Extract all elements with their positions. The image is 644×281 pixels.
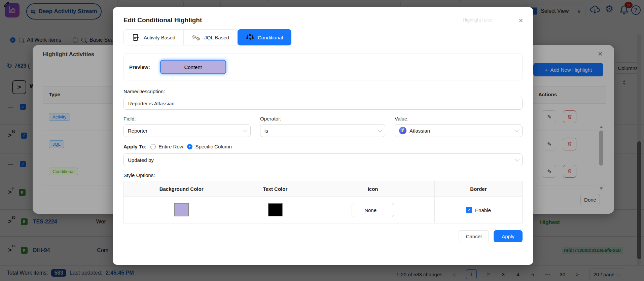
apply-to-row: Apply To: Entire Row Specific Column	[123, 144, 523, 149]
value-group: Value: Atlassian	[395, 116, 523, 137]
enable-label: Enable	[475, 207, 491, 213]
value-value: Atlassian	[409, 128, 430, 134]
ghost-tooltip-text: Highlight rules	[463, 17, 493, 23]
modal-footer: Cancel Apply	[123, 230, 523, 242]
atlassian-avatar	[399, 127, 406, 134]
apply-button[interactable]: Apply	[494, 230, 523, 242]
operator-group: Operator: is	[260, 116, 385, 137]
enable-checkbox[interactable]: ✓	[466, 207, 472, 213]
name-description-input[interactable]	[123, 97, 523, 110]
specific-column-label: Specific Column	[195, 144, 231, 149]
border-header: Border	[434, 181, 522, 197]
operator-select[interactable]: is	[260, 124, 385, 137]
preview-content-chip: Content	[160, 60, 226, 74]
chevron-down-icon	[515, 157, 520, 162]
jql-stamp-icon: JQL	[192, 33, 201, 41]
cancel-button[interactable]: Cancel	[459, 230, 489, 242]
column-select[interactable]: Updated by	[123, 153, 523, 166]
style-options-table: Background Color Text Color Icon Border …	[123, 181, 523, 223]
text-color-swatch[interactable]	[268, 203, 283, 216]
tab-label: Activity Based	[144, 35, 175, 40]
tab-jql-based[interactable]: JQL JQL Based	[184, 29, 238, 45]
style-options-label: Style Options:	[123, 172, 523, 178]
operator-value: is	[264, 128, 268, 134]
chevron-down-icon	[515, 128, 520, 132]
tab-label: JQL Based	[204, 35, 229, 40]
icon-select-value: None	[364, 207, 377, 213]
text-color-header: Text Color	[239, 181, 311, 197]
value-label: Value:	[395, 116, 523, 121]
preview-section: Preview: Content	[123, 54, 523, 80]
document-filter-icon	[132, 33, 140, 41]
tab-label: Conditional	[258, 35, 283, 40]
decision-flowchart-icon: ?	[246, 33, 254, 42]
column-select-value: Updated by	[128, 157, 154, 163]
chevron-down-icon	[378, 128, 382, 132]
svg-text:?: ?	[249, 37, 251, 42]
field-value: Reporter	[128, 128, 147, 134]
svg-text:JQL: JQL	[194, 36, 200, 39]
icon-header: Icon	[311, 181, 435, 197]
edit-conditional-highlight-modal: Edit Conditional Highlight Highlight rul…	[113, 7, 533, 265]
entire-row-option[interactable]: Entire Row	[150, 144, 183, 149]
value-select[interactable]: Atlassian	[395, 124, 523, 137]
operator-label: Operator:	[260, 116, 385, 121]
specific-column-radio[interactable]	[187, 144, 192, 149]
field-label: Field:	[123, 116, 251, 121]
highlight-type-tabs: Activity Based JQL JQL Based ? Condition…	[123, 29, 523, 45]
icon-select[interactable]: None	[352, 203, 394, 217]
condition-row: Field: Reporter Operator: is Value: Atla…	[123, 116, 523, 137]
preview-label: Preview:	[129, 64, 150, 70]
field-select[interactable]: Reporter	[123, 124, 251, 137]
close-icon[interactable]: ×	[518, 16, 523, 25]
background-color-header: Background Color	[124, 181, 239, 197]
chevron-down-icon	[243, 128, 248, 132]
tab-conditional[interactable]: ? Conditional	[238, 29, 291, 45]
entire-row-label: Entire Row	[158, 144, 183, 149]
field-group: Field: Reporter	[123, 116, 251, 137]
apply-to-label: Apply To:	[123, 144, 146, 149]
specific-column-option[interactable]: Specific Column	[187, 144, 231, 149]
entire-row-radio[interactable]	[150, 144, 156, 149]
border-enable-option[interactable]: ✓ Enable	[466, 207, 491, 213]
background-color-swatch[interactable]	[174, 203, 189, 216]
name-description-label: Name/Description:	[123, 89, 523, 94]
tab-activity-based[interactable]: Activity Based	[123, 29, 184, 45]
